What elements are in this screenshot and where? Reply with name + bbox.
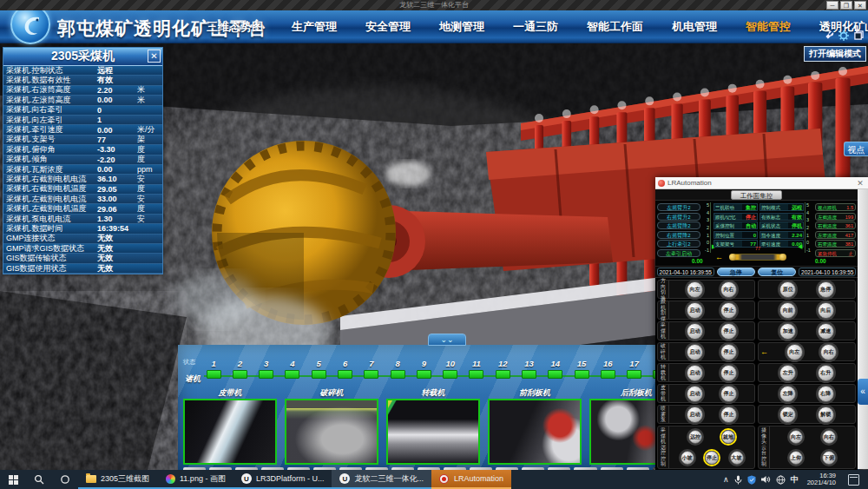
restore-window-icon[interactable] xyxy=(852,30,865,41)
start-button[interactable] xyxy=(0,470,26,489)
解锁-button[interactable]: 解锁 xyxy=(818,406,834,423)
锁定-button[interactable]: 锁定 xyxy=(779,406,796,423)
启动-button[interactable]: 启动 xyxy=(687,323,703,340)
远控-button[interactable]: 远控 xyxy=(688,430,702,444)
左降-button[interactable]: 左降 xyxy=(779,386,796,402)
向后-button[interactable]: 向后 xyxy=(818,302,834,319)
停止-button[interactable]: 停止 xyxy=(705,451,719,465)
tab-workface-control[interactable]: 工作面集控 xyxy=(731,190,783,200)
collapse-left-icon[interactable]: « xyxy=(858,379,868,405)
启动-button[interactable]: 启动 xyxy=(687,344,703,360)
nav-item-3[interactable]: 安全管理 xyxy=(365,19,411,35)
lra-left-button-2[interactable]: 右摇臂升2 xyxy=(657,213,700,221)
cortana-icon[interactable] xyxy=(52,470,78,489)
tray-chevron-icon[interactable]: ∧ xyxy=(723,475,729,484)
reset-button[interactable]: 复位 xyxy=(758,268,796,276)
taskbar-app-5[interactable]: LRAutomation xyxy=(431,470,511,489)
gear-icon[interactable] xyxy=(838,30,850,41)
停止-button[interactable]: 停止 xyxy=(720,323,737,340)
lra-right-button-4[interactable]: 左牵温度417 xyxy=(815,231,856,239)
右升-button[interactable]: 右升 xyxy=(818,365,834,381)
右降-button[interactable]: 右降 xyxy=(818,386,834,402)
open-edit-mode-button[interactable]: 打开编辑模式 xyxy=(804,46,866,62)
lra-right-button-3[interactable]: 右截温度361 xyxy=(815,221,856,229)
action-center-icon[interactable] xyxy=(848,474,859,486)
estop-button[interactable]: 急停 xyxy=(717,268,755,276)
ime-indicator[interactable]: 中 xyxy=(791,474,799,486)
microphone-icon[interactable] xyxy=(734,475,742,485)
shield-icon[interactable] xyxy=(747,475,756,485)
search-icon[interactable] xyxy=(26,470,52,489)
taskbar-app-4[interactable]: U龙软二三维一体化... xyxy=(332,470,431,489)
lra-right-button-5[interactable]: 右牵温度381 xyxy=(815,240,856,248)
lra-left-button-5[interactable]: 上行牵引2 xyxy=(657,240,700,248)
taskbar-clock[interactable]: 16:39 2021/4/10 xyxy=(804,472,839,486)
下俯-button[interactable]: 下俯 xyxy=(822,451,836,465)
就地-button[interactable]: 就地 xyxy=(721,430,735,444)
nav-item-4[interactable]: 地测管理 xyxy=(439,19,484,35)
control-group-label: 摄像头云台控制 xyxy=(759,426,770,468)
minimize-button[interactable]: ─ xyxy=(826,1,838,10)
上仰-button[interactable]: 上仰 xyxy=(789,451,803,465)
lra-left-button-3[interactable]: 左摇臂降2 xyxy=(657,221,700,229)
原位-button[interactable]: 原位 xyxy=(779,281,796,298)
启动-button[interactable]: 启动 xyxy=(687,365,703,381)
减速-button[interactable]: 减速 xyxy=(818,323,834,340)
viewpoint-tab[interactable]: 视点 xyxy=(844,142,868,156)
lra-right-button-6[interactable]: 紧急停机止 xyxy=(815,249,856,257)
向前-button[interactable]: 向前 xyxy=(779,302,796,319)
taskbar-app-1[interactable]: 2305三维截图 xyxy=(78,470,157,489)
启动-button[interactable]: 启动 xyxy=(687,386,703,402)
taskbar-app-2[interactable]: 11.png - 画图 xyxy=(157,470,233,489)
taskbar-app-3[interactable]: ULR3DPlatform - U... xyxy=(233,470,332,489)
control-group-摄像头云台控制: 摄像头云台控制向左向右上仰下俯 xyxy=(758,426,856,469)
大坡-button[interactable]: 大坡 xyxy=(730,451,744,465)
加速-button[interactable]: 加速 xyxy=(779,323,796,340)
nav-item-1[interactable]: 三维态势图 xyxy=(207,19,263,35)
maximize-button[interactable]: ❐ xyxy=(840,1,852,10)
camera-破碎机: 破碎机 xyxy=(285,387,378,467)
向左-button[interactable]: 向左 xyxy=(786,344,803,360)
network-globe-icon[interactable] xyxy=(776,475,786,485)
speaker-icon[interactable] xyxy=(761,475,771,484)
close-button[interactable]: ✕ xyxy=(854,1,866,10)
停止-button[interactable]: 停止 xyxy=(720,386,737,402)
lra-left-button-4[interactable]: 右摇臂降2 xyxy=(657,231,700,239)
向右-button[interactable]: 向右 xyxy=(822,430,836,444)
向左-button[interactable]: 向左 xyxy=(789,430,803,444)
panel-close-icon[interactable]: ✕ xyxy=(148,50,161,63)
lra-close-icon[interactable]: ✕ xyxy=(855,179,865,188)
lra-left-button-1[interactable]: 左摇臂升2 xyxy=(657,203,700,211)
lra-left-button-6[interactable]: 左牵引启动 xyxy=(657,249,700,257)
nav-item-7[interactable]: 机电管理 xyxy=(672,19,717,35)
lra-right-button-2[interactable]: 左截温度199 xyxy=(815,213,856,221)
lra-field-left-1: 三机联动集控 xyxy=(713,203,758,211)
启动-button[interactable]: 启动 xyxy=(687,302,703,319)
camera-feed-thumbnail[interactable] xyxy=(488,399,582,465)
向左-button[interactable]: 向左 xyxy=(687,281,703,298)
camera-feed-thumbnail[interactable] xyxy=(183,399,277,465)
button-value: 381 xyxy=(845,241,853,247)
nav-item-6[interactable]: 智能工作面 xyxy=(587,19,643,35)
control-row-转载机: 转载机启动停止 xyxy=(657,363,755,382)
停止-button[interactable]: 停止 xyxy=(720,302,737,319)
collapse-panel-chevron-icon[interactable]: ⌄⌄ xyxy=(428,334,466,346)
停止-button[interactable]: 停止 xyxy=(720,344,737,360)
启动-button[interactable]: 启动 xyxy=(687,406,703,423)
停止-button[interactable]: 停止 xyxy=(720,365,737,381)
小坡-button[interactable]: 小坡 xyxy=(681,451,694,465)
向右-button[interactable]: 向右 xyxy=(720,281,737,298)
停止-button[interactable]: 停止 xyxy=(720,406,737,423)
nav-item-2[interactable]: 生产管理 xyxy=(292,19,337,35)
wrench-icon[interactable] xyxy=(823,30,835,41)
向右-button[interactable]: 向右 xyxy=(820,344,837,360)
lra-right-button-1[interactable]: 视点跟机1.5 xyxy=(815,203,856,211)
左升-button[interactable]: 左升 xyxy=(779,365,796,381)
nav-item-8[interactable]: 智能管控 xyxy=(746,19,791,35)
camera-feed-thumbnail[interactable] xyxy=(386,399,480,465)
nav-item-5[interactable]: 一通三防 xyxy=(513,19,558,35)
camera-皮带机: 皮带机 xyxy=(183,387,277,467)
camera-feed-thumbnail[interactable] xyxy=(285,399,378,465)
急停-button[interactable]: 急停 xyxy=(818,281,834,298)
nav-menu: 三维态势图生产管理安全管理地测管理一通三防智能工作面机电管理智能管控透明化矿山 xyxy=(207,10,868,43)
